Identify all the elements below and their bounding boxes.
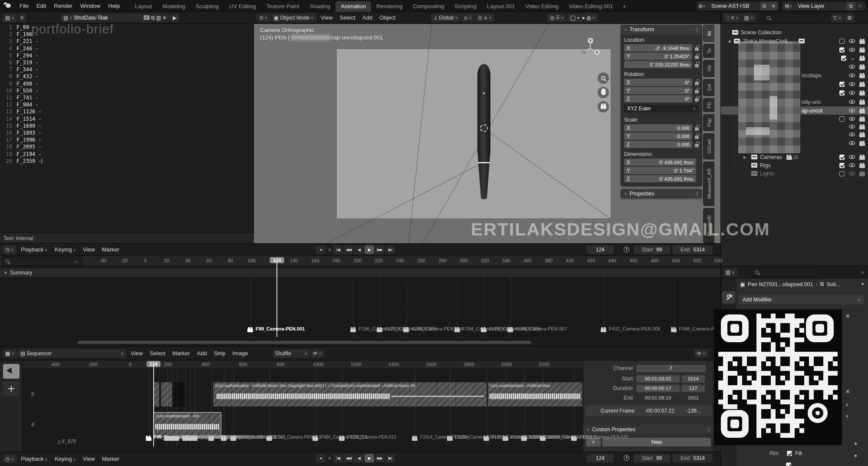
camera-icon[interactable] — [859, 118, 865, 122]
eye-icon[interactable] — [849, 155, 855, 159]
play-reverse-button[interactable]: ◀ — [354, 245, 364, 254]
workspace-tab-texture-paint[interactable]: Texture Paint — [261, 1, 305, 12]
value-field[interactable]: Y0.000 — [624, 132, 692, 140]
expand-arrow-icon[interactable]: ▶ — [743, 155, 746, 159]
camera-icon[interactable] — [859, 156, 865, 160]
transform-panel-header[interactable]: ∨Transform⣿ — [621, 25, 702, 34]
camera-icon[interactable] — [859, 165, 865, 168]
marker-f573[interactable]: △ F_573 — [57, 439, 76, 444]
navigation-gizmo[interactable]: Y X Z — [580, 38, 601, 59]
checkbox-empty[interactable] — [839, 116, 845, 122]
gizmo-axis-x[interactable]: X — [594, 50, 600, 55]
viewport-menu-view[interactable]: View — [317, 13, 336, 23]
value-field[interactable]: X0' 435.691 thou — [624, 159, 696, 166]
checkbox-checked[interactable] — [839, 82, 845, 87]
workspace-tab-compositing[interactable]: Compositing — [408, 1, 449, 12]
use-preview-range-icon[interactable] — [624, 247, 629, 252]
viewport-menu-add[interactable]: Add — [359, 13, 376, 23]
eye-icon[interactable] — [849, 100, 855, 104]
viewport-menu-object[interactable]: Object — [376, 13, 399, 23]
play-button[interactable]: ▶ — [365, 454, 374, 463]
workspace-tab-sculpting[interactable]: Sculpting — [191, 1, 224, 12]
outliner-search[interactable] — [763, 13, 819, 22]
scene-name[interactable]: Scene-AST+SB — [708, 3, 760, 9]
view-layer-copy-button[interactable]: ⧉ — [846, 1, 855, 11]
eye-icon[interactable] — [849, 82, 855, 86]
sequencer-display-mode[interactable]: ▤ Sequencer∨ — [18, 349, 126, 358]
record-button[interactable]: ● — [316, 454, 326, 463]
camera-icon[interactable] — [859, 57, 865, 61]
snap-toggle[interactable]: ∪∨ — [461, 13, 474, 22]
strip-start-tc[interactable]: 00:01:03:02 — [636, 375, 680, 383]
camera-icon[interactable] — [859, 92, 865, 96]
lock-icon[interactable] — [695, 47, 699, 51]
eye-icon[interactable] — [849, 48, 855, 52]
camera-icon[interactable] — [859, 126, 865, 129]
pin-icon[interactable]: ⌖ — [861, 281, 864, 288]
prev-keyframe-button[interactable]: ◀◀ — [344, 454, 353, 463]
outliner-group-rigs[interactable]: Rigs — [721, 161, 868, 169]
lock-icon[interactable] — [695, 64, 699, 67]
value-field[interactable]: X0.000 — [624, 124, 692, 132]
sidebar-tab-measureit-ar[interactable]: MeasureIt_AR — [703, 162, 714, 206]
summary-row[interactable]: ▼Summary — [0, 268, 720, 277]
eye-icon[interactable] — [849, 91, 855, 95]
strip-start-frame[interactable]: 1514 — [681, 375, 705, 383]
camera-icon[interactable] — [859, 66, 865, 69]
menubar-item-file[interactable]: File — [16, 0, 33, 12]
checkbox-checked[interactable] — [839, 155, 845, 160]
zoom-tool-button[interactable] — [598, 73, 609, 84]
overlays-toggle[interactable]: ◎ ⠿∨ — [547, 13, 566, 22]
text-datablock[interactable]: ▤∨ ShotData-Tilak ✓ ⧉ ▥ ✕ — [61, 13, 169, 22]
move-tool-button[interactable] — [3, 381, 20, 396]
sequencer-snap-toggle[interactable]: ⟳∨ — [311, 349, 325, 358]
checkbox-checked[interactable] — [839, 47, 845, 53]
workspace-tab-rendering[interactable]: Rendering — [371, 1, 408, 12]
sequencer-tracks[interactable]: 54(Un) sophisticated - Artificial Music … — [23, 369, 583, 452]
sidebar-tab-vie[interactable]: Vie — [703, 60, 714, 77]
sequencer-menu-marker[interactable]: Marker — [169, 348, 193, 359]
sequencer-menu-image[interactable]: Image — [229, 348, 251, 359]
eye-icon[interactable] — [849, 163, 855, 167]
next-keyframe-button[interactable]: ▶▶ — [375, 454, 385, 463]
save-icon[interactable]: ▥ — [156, 15, 161, 21]
current-frame-field[interactable]: 124 — [587, 454, 614, 463]
playback-menu-marker[interactable]: Marker — [99, 245, 123, 255]
timeline-playhead[interactable] — [276, 262, 277, 337]
value-field[interactable]: Y0' 1.744" — [624, 167, 696, 174]
strip-duration-frames[interactable]: 137 — [681, 385, 705, 392]
workspace-tab-layout-001[interactable]: Layout.001 — [482, 1, 520, 12]
audio-strip-b[interactable]: (Un) sophisticated - Artificial Mus — [487, 382, 583, 407]
workspace-tab-video-editing-001[interactable]: Video Editing.001 — [564, 1, 618, 12]
properties-options-chevron[interactable]: ∨ — [861, 270, 864, 274]
animate-dot[interactable] — [855, 455, 857, 457]
lock-icon[interactable] — [695, 98, 699, 102]
eye-icon[interactable] — [849, 39, 855, 43]
scene-close-button[interactable]: ✕ — [769, 1, 778, 11]
eye-icon[interactable] — [849, 117, 855, 121]
text-menu-button[interactable]: ≡ — [18, 13, 26, 22]
checkbox-checked[interactable] — [841, 56, 846, 61]
sequencer-menu-add[interactable]: Add — [193, 348, 210, 359]
camera-icon[interactable] — [859, 75, 865, 78]
lock-icon[interactable] — [695, 82, 699, 85]
frame-start-field[interactable]: Start99 — [634, 454, 670, 463]
playback-menu-keying[interactable]: Keying ∨ — [51, 454, 79, 464]
chevron-down-icon[interactable]: ∨ — [845, 413, 848, 418]
timeline-scrollbar[interactable] — [78, 341, 531, 344]
camera-icon[interactable] — [859, 49, 865, 53]
camera-icon[interactable] — [859, 83, 865, 87]
fake-user-icon[interactable]: ✓ — [144, 15, 150, 20]
text-datablock-name[interactable]: ShotData-Tilak — [74, 15, 142, 21]
current-frame-field[interactable]: 124 — [587, 245, 614, 254]
animate-dot[interactable] — [855, 443, 857, 445]
eye-icon[interactable] — [849, 65, 855, 69]
checkbox-empty[interactable] — [839, 171, 845, 176]
lock-icon[interactable] — [695, 144, 699, 147]
viewport-menu-select[interactable]: Select — [336, 13, 359, 23]
jump-to-start-button[interactable]: |◀ — [333, 245, 343, 254]
camera-icon[interactable] — [859, 110, 865, 113]
jump-to-end-button[interactable]: ▶| — [385, 454, 395, 463]
bottombar-editor-type-button[interactable]: ◷∨ — [3, 455, 16, 463]
properties-search[interactable] — [751, 268, 816, 277]
